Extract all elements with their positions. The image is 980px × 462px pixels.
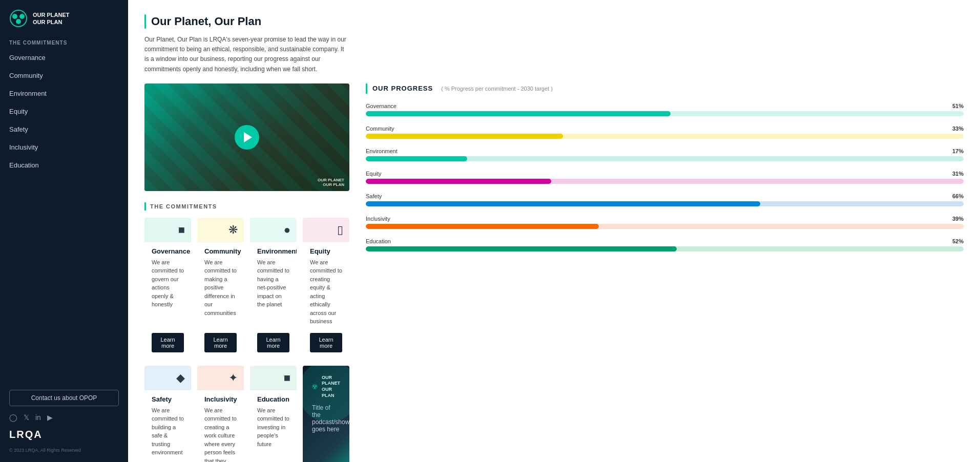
card-community-body: Community We are committed to making a p… (197, 242, 244, 360)
governance-learn-more-button[interactable]: Learn more (152, 333, 184, 352)
card-safety-body: Safety We are committed to building a sa… (144, 390, 191, 462)
page-title: Our Planet, Our Plan (151, 15, 261, 28)
card-inclusivity-header: ✦ (197, 366, 244, 390)
sidebar-item-governance[interactable]: Governance (0, 49, 128, 67)
progress-pct-safety: 66% (952, 193, 964, 199)
podcast-bg-shape (303, 366, 349, 422)
card-equity-header: ▯ (303, 218, 349, 242)
community-learn-more-button[interactable]: Learn more (204, 333, 237, 352)
svg-point-1 (12, 14, 17, 19)
environment-learn-more-button[interactable]: Learn more (257, 333, 289, 352)
card-governance-title: Governance (152, 247, 184, 255)
environment-icon: ● (284, 223, 290, 237)
page-title-row: Our Planet, Our Plan (144, 14, 964, 29)
progress-bar-safety: Safety66% (366, 193, 964, 206)
card-community-title: Community (204, 247, 237, 255)
card-environment-title: Environment (257, 247, 289, 255)
progress-fill-safety (366, 201, 760, 206)
page-title-bar (144, 14, 146, 29)
card-equity: ▯ Equity We are committed to creating eq… (303, 218, 349, 360)
progress-fill-governance (366, 111, 671, 116)
card-environment-body: Environment We are committed to having a… (250, 242, 297, 360)
social-icons: ◯ 𝕏 in ▶ (9, 413, 119, 422)
copyright-text: © 2023 LRQA, All Rights Reserved (9, 448, 119, 453)
card-education-body: Education We are committed to investing … (250, 390, 297, 462)
card-education-header: ■ (250, 366, 297, 390)
progress-bar-inclusivity: Inclusivity39% (366, 216, 964, 229)
progress-label-equity: Equity (366, 171, 382, 177)
sidebar-item-community[interactable]: Community (0, 67, 128, 85)
progress-subtitle: ( % Progress per commitment - 2030 targe… (441, 86, 553, 92)
contact-opop-button[interactable]: Contact us about OPOP (9, 390, 119, 406)
equity-learn-more-button[interactable]: Learn more (310, 333, 342, 352)
podcast-card: OUR PLANET OUR PLAN Title of the podcast… (303, 366, 349, 462)
education-icon: ■ (284, 371, 290, 385)
video-thumbnail[interactable]: OUR PLANET OUR PLAN (144, 83, 349, 191)
main-content: Our Planet, Our Plan Our Planet, Our Pla… (128, 0, 980, 462)
logo-text: OUR PLANET OUR PLAN (33, 11, 70, 26)
card-environment-header: ● (250, 218, 297, 242)
card-equity-body: Equity We are committed to creating equi… (303, 242, 349, 360)
svg-point-3 (16, 19, 21, 24)
sidebar-item-inclusivity[interactable]: Inclusivity (0, 138, 128, 156)
sidebar-item-environment[interactable]: Environment (0, 85, 128, 102)
card-environment-desc: We are committed to having a net-positiv… (257, 258, 289, 326)
sidebar-item-safety[interactable]: Safety (0, 120, 128, 138)
card-inclusivity-title: Inclusivity (204, 395, 237, 403)
safety-icon: ◆ (176, 371, 185, 385)
progress-pct-governance: 51% (952, 103, 964, 109)
progress-fill-community (366, 134, 563, 139)
progress-section-bar (366, 83, 367, 94)
section-label-bar (144, 202, 146, 211)
sidebar-item-equity[interactable]: Equity (0, 102, 128, 120)
progress-pct-environment: 17% (952, 148, 964, 154)
linkedin-icon[interactable]: in (35, 413, 41, 422)
card-safety-header: ◆ (144, 366, 191, 390)
governance-icon: ■ (178, 223, 185, 237)
progress-track-community (366, 134, 964, 139)
lrqa-logo: LRQA (9, 429, 119, 440)
card-equity-desc: We are committed to creating equity & ac… (310, 258, 342, 326)
progress-track-education (366, 246, 964, 251)
progress-track-environment (366, 156, 964, 161)
video-overlay (144, 83, 349, 191)
progress-pct-equity: 31% (952, 171, 964, 177)
twitter-icon[interactable]: 𝕏 (24, 413, 29, 422)
progress-bar-community: Community33% (366, 125, 964, 139)
card-safety-desc: We are committed to building a safe & tr… (152, 406, 184, 462)
card-community-header: ❋ (197, 218, 244, 242)
progress-bars: Governance51%Community33%Environment17%E… (366, 103, 964, 251)
progress-fill-inclusivity (366, 224, 599, 229)
logo-icon (9, 9, 28, 28)
sidebar-footer: Contact us about OPOP ◯ 𝕏 in ▶ LRQA © 20… (0, 381, 128, 462)
progress-section-title: OUR PROGRESS (372, 85, 433, 92)
card-governance-header: ■ (144, 218, 191, 242)
cards-row-2: ◆ Safety We are committed to building a … (144, 366, 349, 462)
play-button[interactable] (235, 125, 259, 150)
card-environment: ● Environment We are committed to having… (250, 218, 297, 360)
commitments-label: THE COMMITMENTS (150, 203, 217, 209)
svg-point-0 (10, 10, 27, 27)
card-safety: ◆ Safety We are committed to building a … (144, 366, 191, 462)
progress-fill-environment (366, 156, 467, 161)
card-education-title: Education (257, 395, 289, 403)
sidebar-item-education[interactable]: Education (0, 156, 128, 174)
card-governance-desc: We are committed to govern our actions o… (152, 258, 184, 326)
youtube-icon[interactable]: ▶ (47, 413, 53, 422)
sidebar-nav: Governance Community Environment Equity … (0, 49, 128, 381)
progress-label-inclusivity: Inclusivity (366, 216, 390, 222)
progress-label-governance: Governance (366, 103, 397, 109)
progress-pct-inclusivity: 39% (952, 216, 964, 222)
sidebar-logo: OUR PLANET OUR PLAN (0, 0, 128, 35)
card-community-desc: We are committed to making a positive di… (204, 258, 237, 326)
card-safety-title: Safety (152, 395, 184, 403)
cards-row-1: ■ Governance We are committed to govern … (144, 218, 349, 360)
community-icon: ❋ (228, 223, 238, 237)
progress-bar-environment: Environment17% (366, 148, 964, 161)
card-governance-body: Governance We are committed to govern ou… (144, 242, 191, 360)
progress-bar-education: Education52% (366, 238, 964, 251)
card-inclusivity-body: Inclusivity We are committed to creating… (197, 390, 244, 462)
video-brand: OUR PLANET OUR PLAN (318, 178, 344, 187)
instagram-icon[interactable]: ◯ (9, 413, 17, 422)
progress-pct-education: 52% (952, 238, 964, 244)
